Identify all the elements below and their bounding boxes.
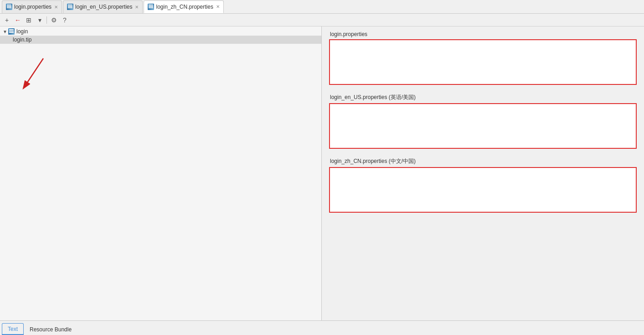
settings-icon: ⚙ <box>51 16 57 24</box>
section-login-zh-cn: login_zh_CN.properties (中文/中国) <box>329 157 637 214</box>
tab-resource-bundle-label: Resource Bundle <box>30 326 72 333</box>
window-icon: ⊞ <box>26 16 31 24</box>
dropdown-button[interactable]: ▾ <box>35 15 45 25</box>
section-label-2: login_en_US.properties (英语/美国) <box>329 94 637 101</box>
tab-close-3[interactable]: ✕ <box>216 4 220 9</box>
add-icon: + <box>5 16 9 24</box>
section-label-3: login_zh_CN.properties (中文/中国) <box>329 157 637 165</box>
main-area: ▼ login login.tip login.properties <box>0 26 644 320</box>
tab-bar: login.properties ✕ login_en_US.propertie… <box>0 0 644 14</box>
tree-expand-icon[interactable]: ▼ <box>2 28 8 35</box>
tab-text-label: Text <box>8 326 18 332</box>
tab-login-zh-cn[interactable]: login_zh_CN.properties ✕ <box>144 0 223 13</box>
tab-login-properties[interactable]: login.properties ✕ <box>2 0 62 13</box>
tab-icon-2 <box>67 4 73 10</box>
tab-login-en-us[interactable]: login_en_US.properties ✕ <box>63 0 143 13</box>
tab-icon-1 <box>6 4 12 10</box>
section-login-properties: login.properties <box>329 31 637 86</box>
bottom-tab-bar: Text Resource Bundle <box>0 320 644 335</box>
tab-label-1: login.properties <box>14 4 52 10</box>
tab-close-1[interactable]: ✕ <box>54 5 58 10</box>
right-panel: login.properties login_en_US.properties … <box>322 26 644 320</box>
toolbar: + ← ⊞ ▾ ⚙ ? <box>0 14 644 26</box>
toolbar-separator <box>46 16 47 24</box>
back-button[interactable]: ← <box>13 15 23 25</box>
tab-text[interactable]: Text <box>2 323 24 335</box>
help-icon: ? <box>63 16 67 24</box>
tree-root-label: login <box>16 28 28 35</box>
tree-root-login[interactable]: ▼ login <box>0 27 321 36</box>
window-button[interactable]: ⊞ <box>24 15 34 25</box>
tab-icon-3 <box>148 4 154 10</box>
section-textarea-3[interactable] <box>329 167 637 213</box>
section-textarea-2[interactable] <box>329 103 637 149</box>
left-panel: ▼ login login.tip <box>0 26 322 320</box>
settings-button[interactable]: ⚙ <box>49 15 59 25</box>
tab-resource-bundle[interactable]: Resource Bundle <box>24 323 77 335</box>
add-button[interactable]: + <box>2 15 12 25</box>
section-login-en-us: login_en_US.properties (英语/美国) <box>329 94 637 150</box>
tab-close-2[interactable]: ✕ <box>135 5 139 10</box>
back-icon: ← <box>15 16 21 24</box>
tree-item-label: login.tip <box>13 37 31 43</box>
tab-label-2: login_en_US.properties <box>75 4 132 10</box>
section-textarea-1[interactable] <box>329 39 637 85</box>
dropdown-icon: ▾ <box>38 16 41 24</box>
section-label-1: login.properties <box>329 31 637 37</box>
tree-area: ▼ login login.tip <box>0 26 321 320</box>
tab-label-3: login_zh_CN.properties <box>156 4 213 10</box>
tree-root-icon <box>8 28 15 35</box>
tree-item-login-tip[interactable]: login.tip <box>0 36 321 44</box>
help-button[interactable]: ? <box>60 15 70 25</box>
